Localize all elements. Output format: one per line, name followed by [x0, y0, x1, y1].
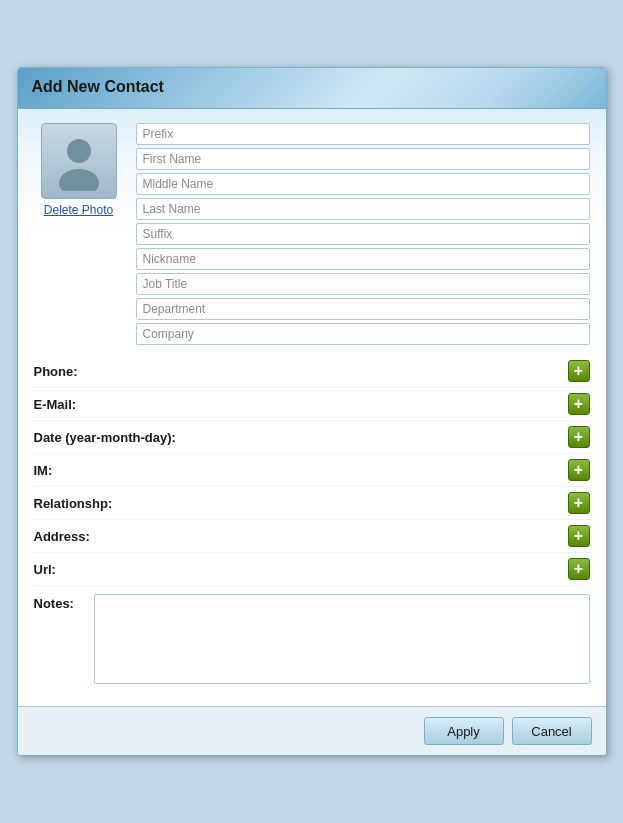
address-row: Address: +	[34, 520, 590, 553]
avatar-area: Delete Photo	[34, 123, 124, 345]
avatar-icon	[49, 131, 109, 191]
date-row: Date (year-month-day): +	[34, 421, 590, 454]
avatar-box	[41, 123, 117, 199]
phone-add-button[interactable]: +	[568, 360, 590, 382]
phone-row: Phone: +	[34, 355, 590, 388]
suffix-input[interactable]	[136, 223, 590, 245]
date-add-button[interactable]: +	[568, 426, 590, 448]
top-section: Delete Photo	[34, 123, 590, 345]
name-fields-col	[136, 123, 590, 345]
email-row: E-Mail: +	[34, 388, 590, 421]
email-add-button[interactable]: +	[568, 393, 590, 415]
middle-name-input[interactable]	[136, 173, 590, 195]
notes-textarea[interactable]	[94, 594, 590, 684]
url-row: Url: +	[34, 553, 590, 586]
url-label: Url:	[34, 562, 184, 577]
dialog-body: Delete Photo Phone: + E-Mail: +	[18, 109, 606, 706]
first-name-input[interactable]	[136, 148, 590, 170]
dialog-title: Add New Contact	[32, 78, 592, 96]
company-input[interactable]	[136, 323, 590, 345]
email-label: E-Mail:	[34, 397, 184, 412]
last-name-input[interactable]	[136, 198, 590, 220]
phone-label: Phone:	[34, 364, 184, 379]
address-label: Address:	[34, 529, 184, 544]
svg-point-0	[67, 139, 91, 163]
url-add-button[interactable]: +	[568, 558, 590, 580]
prefix-input[interactable]	[136, 123, 590, 145]
delete-photo-link[interactable]: Delete Photo	[44, 203, 113, 217]
apply-button[interactable]: Apply	[424, 717, 504, 745]
dialog-footer: Apply Cancel	[18, 706, 606, 755]
relationship-add-button[interactable]: +	[568, 492, 590, 514]
dialog-header: Add New Contact	[18, 68, 606, 109]
add-contact-dialog: Add New Contact Delete Photo	[17, 67, 607, 756]
svg-point-1	[59, 169, 99, 191]
notes-row: Notes:	[34, 586, 590, 692]
im-add-button[interactable]: +	[568, 459, 590, 481]
relationship-row: Relationshp: +	[34, 487, 590, 520]
im-row: IM: +	[34, 454, 590, 487]
nickname-input[interactable]	[136, 248, 590, 270]
im-label: IM:	[34, 463, 184, 478]
job-title-input[interactable]	[136, 273, 590, 295]
relationship-label: Relationshp:	[34, 496, 184, 511]
notes-label: Notes:	[34, 594, 94, 611]
cancel-button[interactable]: Cancel	[512, 717, 592, 745]
date-label: Date (year-month-day):	[34, 430, 184, 445]
department-input[interactable]	[136, 298, 590, 320]
address-add-button[interactable]: +	[568, 525, 590, 547]
